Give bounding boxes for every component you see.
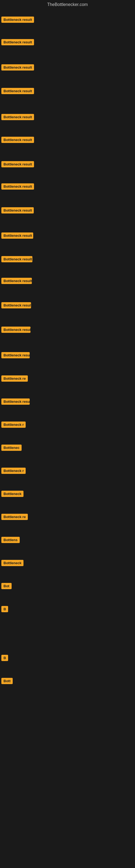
- bottleneck-item: Bottleneck result: [1, 183, 34, 191]
- bottleneck-item: Bottleneck result: [1, 64, 34, 72]
- bottleneck-badge: Bottleneck result: [1, 64, 34, 70]
- bottleneck-badge: Bottleneck result: [1, 399, 30, 405]
- bottleneck-item: B: [1, 655, 8, 662]
- bottleneck-badge: Bottleneck result: [1, 256, 32, 262]
- bottleneck-item: Bottleneck result: [1, 256, 32, 264]
- bottleneck-item: Bottleneck: [1, 491, 24, 498]
- bottleneck-badge: Bottlenec: [1, 444, 21, 451]
- bottleneck-badge: Bottleneck result: [1, 232, 33, 239]
- bottleneck-item: Bottleneck r: [1, 468, 26, 475]
- bottleneck-badge: Bottleneck result: [1, 39, 34, 45]
- bottleneck-item: Bottleneck re: [1, 375, 28, 383]
- bottleneck-badge: Bottleneck result: [1, 207, 34, 214]
- bottleneck-item: Bottleneck result: [1, 39, 34, 46]
- bottleneck-item: Bottleneck result: [1, 302, 31, 310]
- bottleneck-badge: Bottleneck r: [1, 468, 26, 474]
- bottleneck-item: Bottleneck result: [1, 399, 30, 406]
- bottleneck-item: Bottlenec: [1, 444, 21, 452]
- bottleneck-badge: Bottleneck result: [1, 17, 34, 23]
- bottleneck-badge: Bott: [1, 678, 13, 684]
- bottleneck-badge: Bottleneck result: [1, 327, 31, 333]
- bottleneck-badge: Bottleneck re: [1, 514, 28, 520]
- bottleneck-badge: Bottleneck: [1, 560, 24, 566]
- bottleneck-badge: Bottleneck result: [1, 278, 32, 284]
- bottleneck-badge: Bottleneck result: [1, 352, 30, 358]
- bottleneck-item: Bot: [1, 583, 12, 590]
- bottleneck-badge: Bottleneck re: [1, 375, 28, 382]
- bottleneck-badge: Bottleneck r: [1, 422, 26, 428]
- bottleneck-item: Bottleneck result: [1, 114, 34, 121]
- bottleneck-item: Bottleneck r: [1, 422, 26, 429]
- bottleneck-item: Bottleneck result: [1, 207, 34, 215]
- bottleneck-badge: Bottleneck result: [1, 161, 34, 167]
- bottleneck-badge: Bottleneck result: [1, 183, 34, 190]
- bottleneck-item: Bottleneck result: [1, 161, 34, 168]
- bottleneck-item: Bott: [1, 678, 13, 685]
- bottleneck-item: Bottleneck result: [1, 232, 33, 240]
- bottleneck-item: Bottleneck result: [1, 88, 34, 95]
- bottleneck-badge: Bottleneck: [1, 491, 24, 497]
- bottleneck-item: Bottleneck result: [1, 17, 34, 24]
- bottleneck-badge: Bottleneck result: [1, 302, 31, 308]
- bottleneck-item: Bottleneck re: [1, 514, 28, 521]
- bottleneck-item: Bottleneck: [1, 560, 24, 567]
- bottleneck-item: Bottleneck result: [1, 137, 34, 144]
- bottleneck-badge: B: [1, 655, 8, 661]
- bottleneck-badge: Bottleneck result: [1, 88, 34, 94]
- bottleneck-badge: B: [1, 606, 8, 612]
- bottleneck-item: Bottlens: [1, 537, 20, 544]
- bottleneck-item: B: [1, 606, 8, 613]
- bottleneck-badge: Bottleneck result: [1, 137, 34, 143]
- bottleneck-badge: Bottleneck result: [1, 114, 34, 120]
- bottleneck-badge: Bottlens: [1, 537, 20, 543]
- bottleneck-badge: Bot: [1, 583, 12, 589]
- bottleneck-item: Bottleneck result: [1, 352, 30, 360]
- bottleneck-item: Bottleneck result: [1, 327, 31, 334]
- bottleneck-item: Bottleneck result: [1, 278, 32, 285]
- site-title: TheBottlenecker.com: [0, 0, 135, 9]
